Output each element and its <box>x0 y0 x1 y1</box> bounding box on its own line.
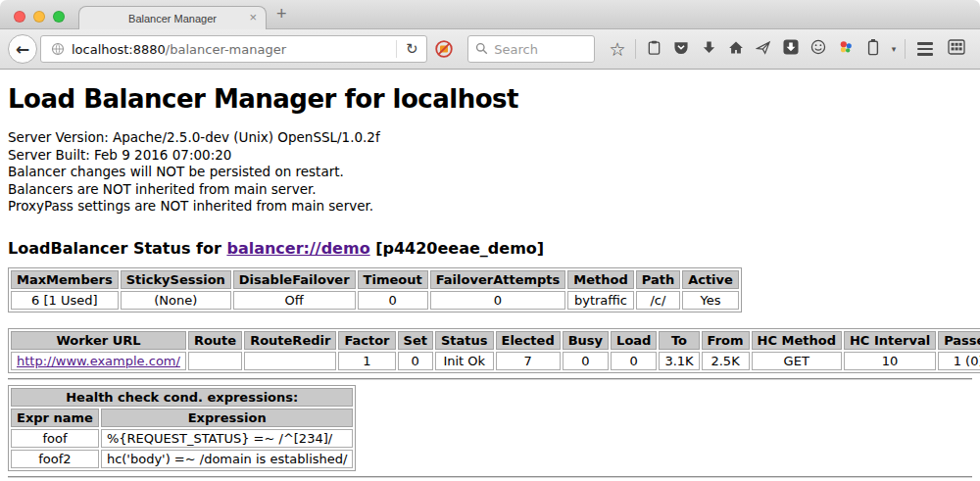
column-header: Passes <box>938 331 980 350</box>
status-heading-suffix: [p4420eeae_demo] <box>370 239 545 258</box>
share-plane-button[interactable] <box>750 29 777 70</box>
plugin-blocked-icon[interactable] <box>434 39 454 59</box>
column-header: Route <box>188 331 242 350</box>
table-header-row: Worker URL Route RouteRedir Factor Set S… <box>11 331 980 350</box>
zoom-window-button[interactable] <box>53 11 65 23</box>
column-header: RouteRedir <box>244 331 336 350</box>
emoji-extension-button[interactable] <box>805 29 832 70</box>
column-header: HC Interval <box>844 331 936 350</box>
column-header: To <box>659 331 699 350</box>
video-download-helper-button[interactable] <box>777 29 805 70</box>
to-value: 3.1K <box>659 352 699 370</box>
column-header: Path <box>636 270 680 289</box>
section-divider <box>8 476 972 478</box>
expression-value: hc('body') =~ /domain is established/ <box>101 450 354 468</box>
loadbalancer-status-heading: LoadBalancer Status for balancer://demo … <box>8 239 972 258</box>
search-placeholder: Search <box>494 42 538 57</box>
worker-url-link[interactable]: http://www.example.com/ <box>17 354 180 368</box>
home-button[interactable] <box>722 29 750 70</box>
column-header: Active <box>682 270 739 289</box>
health-table-title: Health check cond. expressions: <box>11 388 353 407</box>
path-value: /c/ <box>636 291 680 310</box>
column-header: MaxMembers <box>11 270 119 289</box>
clipboard-icon <box>647 39 662 60</box>
server-built-line: Server Built: Feb 9 2016 07:00:20 <box>8 147 972 165</box>
load-value: 0 <box>611 352 657 370</box>
column-header: Set <box>398 331 433 350</box>
column-header: FailoverAttempts <box>430 270 566 289</box>
downloads-button[interactable] <box>695 29 722 70</box>
tab-grid-icon <box>948 39 965 59</box>
set-value: 0 <box>398 352 433 370</box>
new-tab-button[interactable]: + <box>276 4 287 24</box>
dark-download-square-icon <box>783 39 799 59</box>
tab-close-icon[interactable]: × <box>249 10 257 24</box>
globe-icon <box>51 42 65 56</box>
timeout-value: 0 <box>358 291 428 310</box>
table-header-row: Expr name Expression <box>11 409 353 427</box>
page-title: Load Balancer Manager for localhost <box>8 70 972 114</box>
expr-name-value: foof <box>11 429 99 448</box>
from-value: 2.5K <box>702 352 750 370</box>
maxmembers-value: 6 [1 Used] <box>11 291 119 310</box>
tab-bar: Balancer Manager × + <box>0 0 980 29</box>
column-header: Expression <box>101 409 354 427</box>
tab-title: Balancer Manager <box>128 13 217 24</box>
back-arrow-icon: ← <box>16 39 29 59</box>
overflow-caret-button[interactable]: ▾ <box>887 29 901 70</box>
minimize-window-button[interactable] <box>33 11 45 23</box>
reading-list-button[interactable] <box>640 29 667 70</box>
passes-value: 1 (0) <box>938 352 980 370</box>
paper-plane-icon <box>756 40 771 59</box>
server-info: Server Version: Apache/2.5.0-dev (Unix) … <box>8 129 972 216</box>
reload-button[interactable]: ↻ <box>397 40 426 58</box>
traffic-lights <box>14 11 65 23</box>
hc-interval-value: 10 <box>844 352 936 370</box>
column-header: Status <box>435 331 494 350</box>
column-header: Worker URL <box>11 331 186 350</box>
toolbar-separator <box>635 39 636 59</box>
search-field[interactable]: Search <box>467 35 595 63</box>
column-header: HC Method <box>752 331 842 350</box>
battery-extension-button[interactable] <box>859 29 887 70</box>
color-dots-extension-button[interactable] <box>832 29 859 70</box>
url-domain: localhost:8880 <box>72 42 166 57</box>
method-value: bytraffic <box>567 291 633 310</box>
url-bar[interactable]: localhost:8880/balancer-manager ↻ <box>40 35 427 63</box>
busy-value: 0 <box>563 352 609 370</box>
table-row: foof2 hc('body') =~ /domain is establish… <box>11 450 353 468</box>
pocket-button[interactable] <box>667 29 695 70</box>
download-arrow-icon <box>702 40 716 59</box>
balancers-notice-line: Balancers are NOT inherited from main se… <box>8 181 972 199</box>
elected-value: 7 <box>496 352 561 370</box>
column-header: Elected <box>496 331 561 350</box>
chevron-down-icon: ▾ <box>892 44 897 54</box>
route-value <box>188 352 242 370</box>
bookmark-star-button[interactable]: ☆ <box>604 29 631 70</box>
page-content: Load Balancer Manager for localhost Serv… <box>0 70 980 478</box>
tab-balancer-manager[interactable]: Balancer Manager × <box>78 6 267 30</box>
close-window-button[interactable] <box>14 11 25 23</box>
disablefailover-value: Off <box>233 291 356 310</box>
section-divider <box>8 378 972 380</box>
browser-window: Balancer Manager × + ← localhost:8880/ba… <box>0 0 980 481</box>
table-header-row: MaxMembers StickySession DisableFailover… <box>11 270 739 289</box>
table-title-row: Health check cond. expressions: <box>11 388 353 407</box>
tab-groups-button[interactable] <box>941 29 972 70</box>
back-button[interactable]: ← <box>8 34 37 64</box>
column-header: StickySession <box>121 270 231 289</box>
balancer-demo-link[interactable]: balancer://demo <box>226 239 369 258</box>
column-header: DisableFailover <box>233 270 356 289</box>
column-header: From <box>702 331 750 350</box>
table-row: 6 [1 Used] (None) Off 0 0 bytraffic /c/ … <box>11 291 739 310</box>
active-value: Yes <box>682 291 739 310</box>
column-header: Timeout <box>358 270 428 289</box>
url-path: /balancer-manager <box>166 42 286 57</box>
url-text[interactable]: localhost:8880/balancer-manager <box>72 42 396 57</box>
toolbar-icons: ☆ ▾ <box>604 29 972 70</box>
proxypass-notice-line: ProxyPass settings are NOT inherited fro… <box>8 198 972 216</box>
menu-button[interactable] <box>909 29 941 70</box>
expression-value: %{REQUEST_STATUS} =~ /^[234]/ <box>101 429 354 448</box>
balancer-summary-table: MaxMembers StickySession DisableFailover… <box>8 267 742 313</box>
search-icon <box>475 40 488 59</box>
